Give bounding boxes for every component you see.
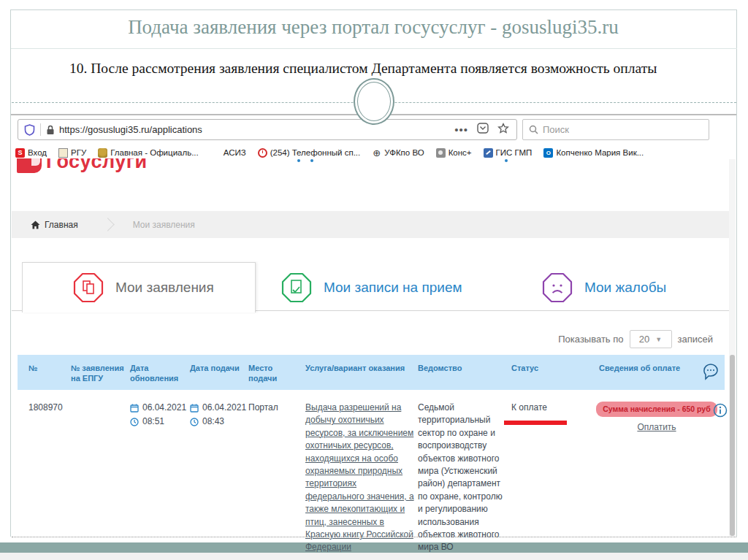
globe-icon: ⊕	[372, 148, 381, 158]
bookmark-glavnaya[interactable]: Главная - Официаль...	[98, 148, 199, 158]
lock-icon[interactable]	[46, 125, 55, 135]
cell-submit-date: 06.04.2021 08:43	[190, 402, 246, 429]
complaints-icon	[542, 272, 573, 303]
bookmarks-bar: SВход РГУ Главная - Официаль... АСИЗ (25…	[15, 145, 731, 160]
gosuslugi-logo[interactable]: Госуслуги	[17, 158, 207, 178]
col-epgu: № заявления на ЕПГУ	[71, 363, 129, 384]
scrollbar-track[interactable]	[729, 159, 736, 537]
time-icon	[130, 418, 139, 426]
col-place: Место подачи	[248, 363, 289, 384]
bookmark-ufk[interactable]: ⊕УФКпо ВО	[372, 148, 424, 158]
pagination-suffix: записей	[678, 334, 713, 345]
pay-link[interactable]: Оплатить	[595, 421, 719, 434]
col-payment: Сведения об оплате	[599, 363, 680, 373]
cut-menu-fragment	[310, 159, 313, 162]
tab-my-applications[interactable]: Мои заявления	[73, 264, 214, 312]
bookmark-asiz[interactable]: АСИЗ	[224, 148, 246, 157]
url-text[interactable]: https://gosuslugi35.ru/applications	[59, 124, 202, 135]
time-icon	[190, 418, 199, 426]
breadcrumb-home[interactable]: Главная	[31, 220, 78, 230]
cell-department: Седьмой территориальный сектор по охране…	[418, 402, 508, 554]
address-bar[interactable]: https://gosuslugi35.ru/applications •••	[18, 119, 517, 140]
sbis-icon: S	[15, 148, 25, 158]
pagination-control: Показывать по 20 ▼ записей	[558, 330, 713, 348]
flag-emblem-icon	[17, 158, 42, 173]
bookmark-outlook[interactable]: OКопченко Мария Вик...	[543, 148, 644, 158]
bookmark-telefonny[interactable]: (254) Телефонный сп...	[258, 148, 361, 158]
table-header-row: № № заявления на ЕПГУ Дата обновления Да…	[18, 355, 725, 390]
chat-bubble-icon[interactable]	[701, 362, 720, 384]
search-placeholder: Поиск	[543, 124, 569, 135]
circle-ornament	[354, 78, 394, 125]
red-underline-annotation	[504, 421, 567, 425]
cell-id: 1808970	[28, 402, 63, 414]
col-department: Ведомство	[418, 363, 462, 373]
slide-title: Подача заявления через портал госусуслуг…	[12, 16, 735, 39]
rgu-icon	[58, 148, 68, 158]
scrollbar-thumb[interactable]	[730, 355, 735, 536]
title-divider	[11, 48, 737, 49]
cut-menu-fragment	[297, 159, 300, 162]
cell-update-date: 06.04.2021 08:51	[130, 402, 186, 429]
info-icon[interactable]	[713, 403, 728, 421]
gis-gmp-icon	[484, 148, 493, 158]
payment-amount-badge: Сумма начисления - 650 руб	[596, 402, 717, 417]
chevron-down-icon: ▼	[655, 336, 662, 343]
tab-my-appointments[interactable]: Мои записи на прием	[281, 264, 462, 312]
eagle-icon	[98, 148, 107, 158]
col-num: №	[28, 363, 37, 373]
cut-menu-fragment	[505, 159, 508, 162]
search-icon	[529, 125, 538, 134]
bookmark-rgu[interactable]: РГУ	[58, 148, 86, 158]
appointments-icon	[281, 272, 312, 303]
outlook-icon: O	[543, 148, 553, 158]
bookmark-kons[interactable]: Конс+	[436, 148, 472, 158]
search-input[interactable]: Поиск	[522, 119, 709, 140]
page-size-select[interactable]: 20 ▼	[630, 330, 672, 348]
pagination-label: Показывать по	[558, 334, 623, 345]
calendar-icon	[190, 404, 199, 413]
slide-subtitle: 10. После рассмотрения заявления специал…	[69, 58, 661, 78]
consultant-icon	[436, 148, 446, 158]
service-link[interactable]: Выдача разрешений на добычу охотничьих р…	[305, 402, 416, 554]
clock-icon	[258, 148, 267, 158]
tracking-shield-icon[interactable]	[24, 124, 35, 136]
col-submit-date: Дата подачи	[190, 363, 248, 373]
breadcrumb: Главная Мои заявления	[12, 211, 730, 238]
bookmark-gis[interactable]: ГИС ГМП	[484, 148, 533, 158]
bookmark-star-icon[interactable]	[497, 123, 509, 137]
col-update-date: Дата обновления	[130, 363, 181, 384]
breadcrumb-current: Мои заявления	[133, 220, 195, 230]
col-status: Статус	[511, 363, 538, 373]
calendar-icon	[130, 404, 139, 413]
chevron-right-icon	[101, 218, 114, 231]
bookmark-vhod[interactable]: SВход	[15, 148, 47, 158]
applications-icon	[73, 272, 104, 303]
url-separator	[40, 123, 41, 136]
status-text: К оплате	[511, 402, 547, 414]
browser-window: https://gosuslugi35.ru/applications ••• …	[11, 114, 736, 537]
col-service: Услуга/вариант оказания	[305, 363, 422, 373]
tab-my-complaints[interactable]: Мои жалобы	[542, 264, 666, 312]
home-icon	[31, 220, 40, 229]
cell-payment: Сумма начисления - 650 руб Оплатить	[595, 402, 719, 434]
dotted-bottom-divider	[12, 537, 736, 537]
pocket-icon[interactable]	[477, 123, 489, 137]
cell-place: Портал	[248, 402, 278, 414]
page-actions-icon[interactable]: •••	[454, 123, 468, 136]
